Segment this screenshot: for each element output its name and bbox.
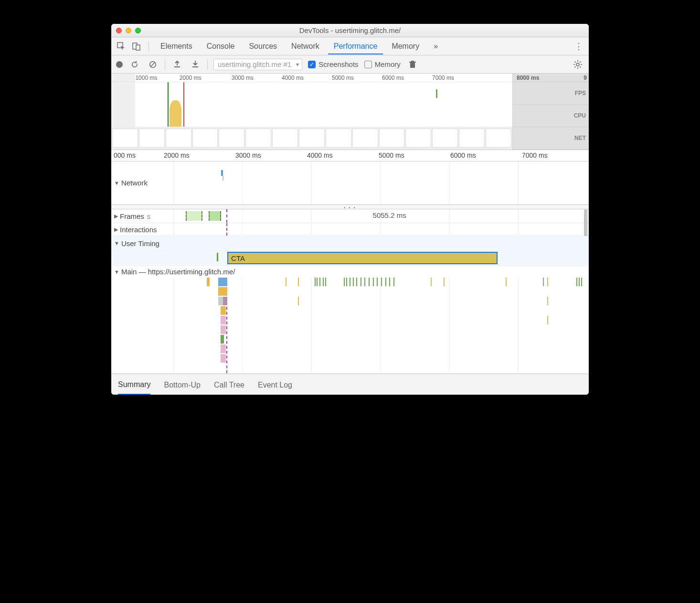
flame-event[interactable] xyxy=(444,278,445,286)
flame-event[interactable] xyxy=(221,316,225,324)
tab-network[interactable]: Network xyxy=(286,38,325,54)
recording-select[interactable]: usertiming.glitch.me #1 xyxy=(213,59,302,70)
separator xyxy=(207,59,208,70)
interactions-track-header[interactable]: ▶ Interactions xyxy=(111,223,173,236)
flame-event[interactable] xyxy=(393,278,394,286)
flame-event[interactable] xyxy=(350,278,350,286)
tabs-overflow[interactable]: » xyxy=(428,38,444,54)
reload-icon[interactable] xyxy=(128,58,141,71)
flame-event[interactable] xyxy=(576,278,577,286)
user-timing-measure-cta[interactable]: CTA xyxy=(227,252,498,264)
flame-event[interactable] xyxy=(315,278,316,286)
flame-event[interactable] xyxy=(298,297,299,305)
flame-event[interactable] xyxy=(346,278,347,286)
tab-summary[interactable]: Summary xyxy=(118,375,150,395)
flame-event[interactable] xyxy=(221,335,224,344)
flame-event[interactable] xyxy=(286,278,286,286)
device-toolbar-icon[interactable] xyxy=(130,40,143,53)
tab-console[interactable]: Console xyxy=(201,38,241,54)
flame-event[interactable] xyxy=(356,278,357,286)
minimize-window-button[interactable] xyxy=(126,28,131,33)
flame-event[interactable] xyxy=(319,278,320,286)
flame-event[interactable] xyxy=(317,278,318,286)
flame-event[interactable] xyxy=(506,278,507,286)
svg-rect-5 xyxy=(174,66,180,67)
screenshots-checkbox[interactable]: ✓ Screenshots xyxy=(308,60,358,68)
flame-event[interactable] xyxy=(377,278,378,286)
interactions-track-label: Interactions xyxy=(120,226,157,234)
flame-event[interactable] xyxy=(325,278,326,286)
overview-body xyxy=(111,82,512,127)
flame-event[interactable] xyxy=(353,278,354,286)
tab-elements[interactable]: Elements xyxy=(155,38,198,54)
tab-memory[interactable]: Memory xyxy=(386,38,425,54)
overview-timeline[interactable]: 1000 ms 2000 ms 3000 ms 4000 ms 5000 ms … xyxy=(111,74,589,150)
flame-event[interactable] xyxy=(218,278,227,286)
frames-track-header[interactable]: ▶ Frames s xyxy=(111,209,173,223)
flame-event[interactable] xyxy=(547,297,548,305)
chevron-right-icon: ▶ xyxy=(114,226,118,233)
user-timing-track-header[interactable]: ▼ User Timing xyxy=(111,236,173,250)
frame-segment[interactable] xyxy=(186,211,202,221)
tab-bottom-up[interactable]: Bottom-Up xyxy=(164,375,200,394)
flame-event[interactable] xyxy=(221,306,225,315)
svg-rect-8 xyxy=(409,62,416,63)
flame-event[interactable] xyxy=(344,278,345,286)
user-timing-track: ▼ User Timing xyxy=(111,236,589,251)
main-thread-header[interactable]: ▼ Main — https://usertiming.glitch.me/ xyxy=(111,266,589,278)
tab-event-log[interactable]: Event Log xyxy=(258,375,292,394)
flame-event[interactable] xyxy=(431,278,432,286)
close-window-button[interactable] xyxy=(116,28,122,33)
flame-event[interactable] xyxy=(381,278,382,286)
garbage-collect-icon[interactable] xyxy=(406,58,419,71)
load-profile-icon[interactable] xyxy=(171,58,183,71)
filmstrip-frame xyxy=(219,129,244,148)
clear-icon[interactable] xyxy=(147,58,159,71)
frames-track-label: Frames xyxy=(120,212,144,220)
flame-event[interactable] xyxy=(298,278,299,286)
network-request-bar[interactable] xyxy=(221,170,223,176)
frame-boundary xyxy=(226,209,227,223)
flame-event[interactable] xyxy=(218,297,223,305)
flame-event[interactable] xyxy=(385,278,386,286)
frames-track: ▶ Frames s 5055.2 ms xyxy=(111,209,589,223)
flame-event[interactable] xyxy=(579,278,580,286)
network-track: ▼ Network xyxy=(111,162,589,205)
user-timing-mark[interactable] xyxy=(217,253,218,261)
overview-filmstrip xyxy=(111,127,512,150)
user-timing-content: CTA xyxy=(111,251,589,266)
flame-event[interactable] xyxy=(389,278,390,286)
tab-call-tree[interactable]: Call Tree xyxy=(214,375,244,394)
tab-performance[interactable]: Performance xyxy=(328,38,383,54)
flame-event[interactable] xyxy=(547,316,548,324)
record-button[interactable] xyxy=(116,61,123,68)
flame-event[interactable] xyxy=(221,325,225,334)
settings-icon[interactable] xyxy=(572,58,584,71)
svg-rect-9 xyxy=(411,61,414,62)
flamechart-ruler[interactable]: 000 ms 2000 ms 3000 ms 4000 ms 5000 ms 6… xyxy=(111,150,589,162)
flame-event[interactable] xyxy=(218,287,227,296)
flame-event[interactable] xyxy=(361,278,361,286)
panel-splitter[interactable]: • • • xyxy=(111,205,589,209)
flame-event[interactable] xyxy=(543,278,544,286)
flame-event[interactable] xyxy=(369,278,370,286)
save-profile-icon[interactable] xyxy=(189,58,202,71)
network-request-bar[interactable] xyxy=(223,176,223,181)
flame-event[interactable] xyxy=(221,345,225,353)
network-track-header[interactable]: ▼ Network xyxy=(111,162,173,204)
inspect-element-icon[interactable] xyxy=(115,40,127,53)
flame-event[interactable] xyxy=(581,278,582,286)
flame-event[interactable] xyxy=(547,278,548,286)
perf-toolbar: usertiming.glitch.me #1 ✓ Screenshots Me… xyxy=(111,55,589,74)
frame-segment[interactable] xyxy=(209,211,221,221)
flame-event[interactable] xyxy=(223,297,227,305)
more-icon[interactable]: ⋮ xyxy=(573,40,585,53)
flame-event[interactable] xyxy=(364,278,365,286)
tab-sources[interactable]: Sources xyxy=(243,38,283,54)
zoom-window-button[interactable] xyxy=(135,28,141,33)
flame-event[interactable] xyxy=(323,278,324,286)
flame-event[interactable] xyxy=(221,354,225,363)
flame-event[interactable] xyxy=(207,278,210,286)
memory-checkbox[interactable]: Memory xyxy=(364,60,401,68)
flame-event[interactable] xyxy=(373,278,374,286)
